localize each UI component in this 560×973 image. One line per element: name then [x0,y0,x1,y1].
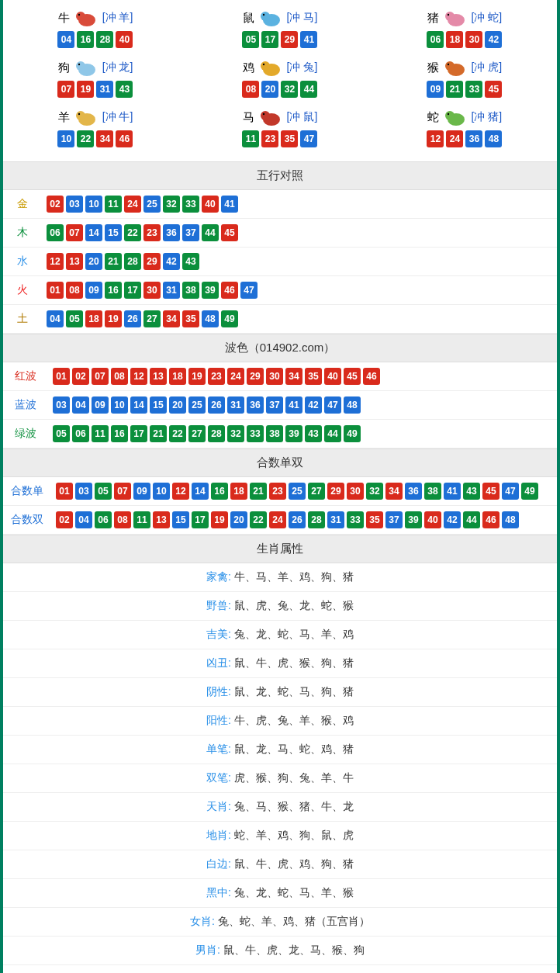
number-ball: 31 [327,511,344,528]
zodiac-balls: 07193143 [57,81,133,98]
zodiac-conflict: [冲 兔] [287,61,318,74]
number-ball: 48 [344,396,361,414]
attr-label: 白边: [206,857,234,870]
attr-label: 地肖: [206,829,234,841]
number-ball: 26 [124,310,141,327]
attr-row: 女肖: 兔、蛇、羊、鸡、猪（五宫肖） [3,908,557,937]
number-ball: 45 [221,224,238,241]
number-ball: 29 [327,483,344,500]
zodiac-balls: 05172941 [242,31,317,48]
number-ball: 07 [92,368,109,385]
zodiac-icon [258,57,284,78]
number-ball: 34 [163,310,180,327]
number-ball: 47 [240,282,258,299]
zodiac-name: 猪 [427,11,439,26]
zodiac-name: 鸡 [243,61,254,75]
number-ball: 40 [324,368,341,385]
attr-row: 阳性: 牛、虎、兔、羊、猴、鸡 [3,707,557,736]
attr-row: 凶丑: 鼠、牛、虎、猴、狗、猪 [3,649,557,678]
bose-header: 波色（014902.com） [3,334,557,362]
attr-value: 牛、虎、兔、羊、猴、鸡 [234,714,354,726]
row-balls: 0108091617303138394647 [47,282,552,299]
number-ball: 05 [53,425,70,442]
number-ball: 39 [285,425,302,442]
number-ball: 17 [192,511,209,528]
number-ball: 28 [308,511,325,528]
table-row: 水1213202128294243 [3,248,557,276]
attr-label: 阴性: [206,685,234,698]
number-ball: 30 [143,282,161,299]
zodiac-cell: 蛇[冲 猪]12243648 [372,102,557,152]
zodiac-cell: 羊[冲 牛]10223446 [3,102,188,152]
number-ball: 24 [227,368,244,385]
row-balls: 0204060811131517192022242628313335373940… [56,511,552,528]
svg-point-4 [261,12,270,21]
number-ball: 42 [163,253,180,270]
number-ball: 20 [261,81,278,98]
number-ball: 35 [366,511,383,528]
number-ball: 14 [192,483,209,500]
number-ball: 26 [289,511,306,528]
table-row: 合数双0204060811131517192022242628313335373… [3,506,557,535]
attr-label: 阳性: [206,714,234,726]
number-ball: 09 [427,81,444,98]
number-ball: 37 [385,511,403,528]
number-ball: 15 [105,224,122,241]
table-row: 蓝波03040910141520252631363741424748 [3,391,557,420]
number-ball: 19 [211,511,228,528]
number-ball: 21 [250,483,267,500]
zodiac-conflict: [冲 羊] [102,11,133,25]
svg-point-8 [447,14,448,16]
row-label: 土 [3,305,42,334]
number-ball: 14 [85,224,102,241]
attr-value: 鼠、龙、蛇、马、狗、猪 [234,685,354,698]
number-ball: 43 [182,253,199,270]
number-ball: 43 [463,483,480,500]
number-ball: 46 [221,282,238,299]
row-balls: 0102070812131819232429303435404546 [53,368,552,385]
number-ball: 24 [446,130,463,147]
attr-row: 黑中: 兔、龙、蛇、马、羊、猴 [3,879,557,908]
number-ball: 30 [347,483,364,500]
number-ball: 44 [324,425,341,442]
number-ball: 41 [444,483,461,500]
zodiac-conflict: [冲 龙] [102,61,133,74]
zodiac-cell: 狗[冲 龙]07193143 [3,53,188,102]
number-ball: 33 [247,425,264,442]
zodiac-cell: 鸡[冲 兔]08203244 [188,53,372,102]
number-ball: 12 [130,368,147,385]
attr-row: 野兽: 鼠、虎、兔、龙、蛇、猴 [3,592,557,621]
number-ball: 22 [250,511,267,528]
attr-value: 鼠、牛、虎、鸡、狗、猪 [234,857,354,870]
attr-list: 家禽: 牛、马、羊、鸡、狗、猪野兽: 鼠、虎、兔、龙、蛇、猴吉美: 兔、龙、蛇、… [3,563,557,973]
number-ball: 33 [347,511,364,528]
svg-point-17 [447,64,448,65]
zodiac-name: 牛 [58,11,70,26]
zodiac-name: 猴 [427,61,439,75]
number-ball: 34 [285,368,302,385]
number-ball: 42 [305,396,322,414]
number-ball: 05 [95,483,112,500]
zodiac-balls: 08203244 [242,81,317,98]
svg-point-22 [261,111,270,120]
number-ball: 04 [72,396,89,414]
number-ball: 39 [202,282,219,299]
attr-label: 单笔: [206,743,234,755]
row-balls: 06071415222336374445 [47,224,552,241]
number-ball: 11 [92,425,109,442]
number-ball: 06 [72,425,89,442]
number-ball: 40 [116,31,133,48]
number-ball: 12 [47,253,64,270]
attr-value: 鼠、牛、虎、龙、马、猴、狗 [223,944,365,956]
number-ball: 29 [281,31,298,48]
zodiac-balls: 12243648 [427,130,502,147]
number-ball: 16 [77,31,94,48]
svg-point-2 [78,14,79,16]
number-ball: 28 [96,31,113,48]
number-ball: 05 [242,31,259,48]
zodiac-name: 马 [243,110,254,125]
number-ball: 46 [482,511,500,528]
table-row: 合数单0103050709101214161821232527293032343… [3,477,557,506]
table-row: 火0108091617303138394647 [3,276,557,305]
svg-point-26 [447,113,448,115]
